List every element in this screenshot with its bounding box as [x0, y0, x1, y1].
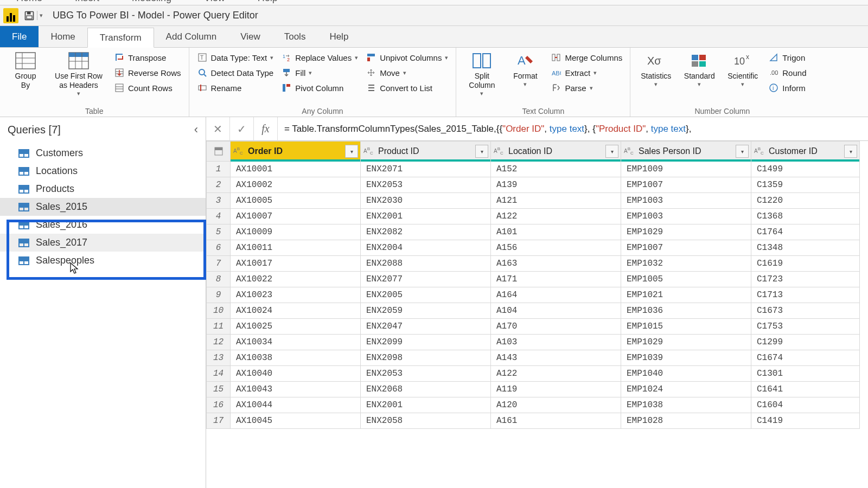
- row-number[interactable]: 7: [207, 256, 231, 272]
- cell[interactable]: C1359: [751, 177, 860, 193]
- group-by-button[interactable]: Group By: [5, 50, 46, 90]
- tab-view[interactable]: View: [228, 26, 272, 47]
- cell[interactable]: A156: [491, 240, 621, 256]
- qat-dropdown-icon[interactable]: ▾: [37, 11, 45, 20]
- parse-button[interactable]: Parse: [548, 81, 624, 94]
- table-row[interactable]: 10AX10024ENX2059A104EMP1036C1673: [207, 303, 860, 319]
- cell[interactable]: A161: [491, 413, 621, 429]
- cell[interactable]: EMP1015: [621, 319, 751, 335]
- data-type-button[interactable]: TData Type: Text: [195, 51, 276, 64]
- cell[interactable]: EMP1024: [621, 382, 751, 397]
- cell[interactable]: C1641: [751, 382, 860, 397]
- tab-home[interactable]: Home: [39, 26, 87, 47]
- pivot-column-button[interactable]: Pivot Column: [279, 81, 360, 94]
- table-row[interactable]: 12AX10034ENX2099A103EMP1029C1299: [207, 335, 860, 350]
- trig-button[interactable]: Trigon: [766, 51, 808, 64]
- row-number[interactable]: 17: [207, 413, 231, 429]
- cell[interactable]: ENX2047: [361, 319, 491, 335]
- cell[interactable]: A171: [491, 272, 621, 287]
- table-row[interactable]: 3AX10005ENX2030A121EMP1003C1220: [207, 193, 860, 209]
- rename-button[interactable]: Rename: [195, 81, 276, 94]
- cell[interactable]: ENX2053: [361, 366, 491, 382]
- convert-to-list-button[interactable]: Convert to List: [363, 81, 450, 94]
- column-header-order-id[interactable]: ABCOrder ID▾: [231, 142, 361, 162]
- cell[interactable]: AX10044: [231, 397, 361, 413]
- row-number[interactable]: 12: [207, 335, 231, 350]
- query-item-products[interactable]: Products: [0, 180, 206, 198]
- cell[interactable]: AX10017: [231, 256, 361, 272]
- cell[interactable]: A101: [491, 224, 621, 240]
- cell[interactable]: A152: [491, 162, 621, 177]
- tab-add-column[interactable]: Add Column: [154, 26, 229, 47]
- query-item-sales_2017[interactable]: Sales_2017: [0, 234, 206, 252]
- formula-commit-button[interactable]: ✓: [230, 117, 254, 141]
- table-row[interactable]: 1AX10001ENX2071A152EMP1009C1499: [207, 162, 860, 177]
- table-row[interactable]: 4AX10007ENX2001A122EMP1003C1368: [207, 209, 860, 224]
- standard-button[interactable]: Standard: [679, 50, 719, 88]
- cell[interactable]: AX10045: [231, 413, 361, 429]
- row-number[interactable]: 8: [207, 272, 231, 287]
- cell[interactable]: ENX2004: [361, 240, 491, 256]
- cell[interactable]: EMP1009: [621, 162, 751, 177]
- cell[interactable]: A143: [491, 350, 621, 366]
- cell[interactable]: C1713: [751, 287, 860, 303]
- cell[interactable]: A164: [491, 287, 621, 303]
- cell[interactable]: ENX2098: [361, 350, 491, 366]
- data-grid[interactable]: ABCOrder ID▾ABCProduct ID▾ABCLocation ID…: [206, 141, 868, 488]
- tab-transform[interactable]: Transform: [87, 28, 154, 48]
- row-number[interactable]: 2: [207, 177, 231, 193]
- cell[interactable]: ENX2082: [361, 224, 491, 240]
- cell[interactable]: EMP1007: [621, 240, 751, 256]
- select-all-icon[interactable]: [207, 142, 230, 161]
- query-item-sales_2016[interactable]: Sales_2016: [0, 216, 206, 234]
- column-filter-button[interactable]: ▾: [736, 145, 749, 158]
- cell[interactable]: C1753: [751, 319, 860, 335]
- formula-input[interactable]: = Table.TransformColumnTypes(Sales_2015_…: [278, 123, 868, 134]
- move-button[interactable]: Move: [363, 66, 450, 79]
- table-row[interactable]: 11AX10025ENX2047A170EMP1015C1753: [207, 319, 860, 335]
- table-row[interactable]: 6AX10011ENX2004A156EMP1007C1348: [207, 240, 860, 256]
- cell[interactable]: AX10001: [231, 162, 361, 177]
- cell[interactable]: ENX2077: [361, 272, 491, 287]
- table-row[interactable]: 9AX10023ENX2005A164EMP1021C1713: [207, 287, 860, 303]
- table-row[interactable]: 7AX10017ENX2088A163EMP1032C1619: [207, 256, 860, 272]
- column-filter-button[interactable]: ▾: [475, 145, 488, 158]
- scientific-button[interactable]: 10x Scientific: [723, 50, 763, 88]
- formula-cancel-button[interactable]: ✕: [206, 117, 230, 141]
- table-row[interactable]: 2AX10002ENX2053A139EMP1007C1359: [207, 177, 860, 193]
- row-number[interactable]: 3: [207, 193, 231, 209]
- table-row[interactable]: 5AX10009ENX2082A101EMP1029C1764: [207, 224, 860, 240]
- unpivot-button[interactable]: Unpivot Columns: [363, 51, 450, 64]
- format-button[interactable]: A Format: [505, 50, 545, 88]
- cell[interactable]: AX10043: [231, 382, 361, 397]
- merge-columns-button[interactable]: Merge Columns: [548, 51, 624, 64]
- cell[interactable]: EMP1040: [621, 366, 751, 382]
- information-button[interactable]: iInform: [766, 81, 808, 94]
- cell[interactable]: A120: [491, 397, 621, 413]
- query-item-locations[interactable]: Locations: [0, 162, 206, 180]
- cell[interactable]: A122: [491, 366, 621, 382]
- column-filter-button[interactable]: ▾: [605, 145, 618, 158]
- row-number[interactable]: 13: [207, 350, 231, 366]
- cell[interactable]: ENX2088: [361, 256, 491, 272]
- cell[interactable]: ENX2099: [361, 335, 491, 350]
- use-first-row-button[interactable]: Use First Row as Headers: [49, 50, 108, 97]
- cell[interactable]: C1673: [751, 303, 860, 319]
- row-number[interactable]: 16: [207, 397, 231, 413]
- cell[interactable]: AX10005: [231, 193, 361, 209]
- cell[interactable]: ENX2071: [361, 162, 491, 177]
- cell[interactable]: AX10009: [231, 224, 361, 240]
- cell[interactable]: AX10022: [231, 272, 361, 287]
- cell[interactable]: ENX2005: [361, 287, 491, 303]
- cell[interactable]: A104: [491, 303, 621, 319]
- cell[interactable]: EMP1003: [621, 209, 751, 224]
- table-row[interactable]: 14AX10040ENX2053A122EMP1040C1301: [207, 366, 860, 382]
- statistics-button[interactable]: Xσ Statistics: [636, 50, 676, 88]
- column-header-product-id[interactable]: ABCProduct ID▾: [361, 142, 491, 162]
- cell[interactable]: A139: [491, 177, 621, 193]
- cell[interactable]: EMP1039: [621, 350, 751, 366]
- cell[interactable]: ENX2001: [361, 397, 491, 413]
- cell[interactable]: AX10002: [231, 177, 361, 193]
- column-header-customer-id[interactable]: ABCCustomer ID▾: [751, 142, 860, 162]
- cell[interactable]: EMP1032: [621, 256, 751, 272]
